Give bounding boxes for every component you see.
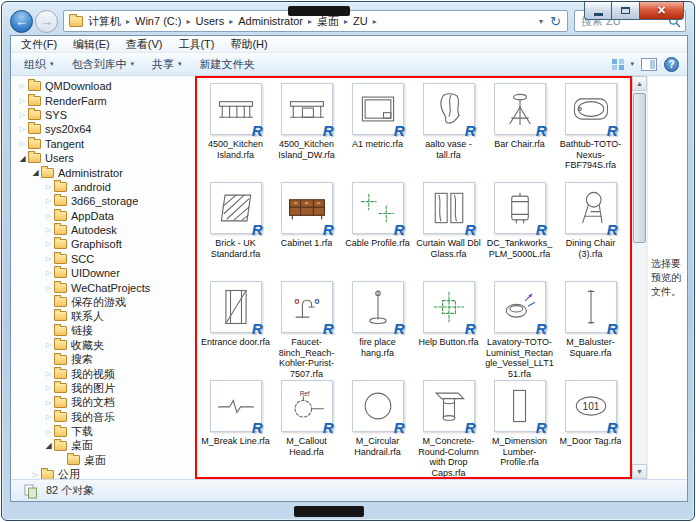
sidebar-item[interactable]: 搜索 <box>11 352 195 366</box>
toolbar-button[interactable]: 共享▾ <box>143 54 191 74</box>
sidebar-item[interactable]: ◢Users <box>11 151 195 165</box>
expander-icon[interactable]: ▷ <box>17 125 28 133</box>
scroll-down-button[interactable]: ▼ <box>632 464 647 479</box>
file-item[interactable]: RM_Dimension Lumber-Profile.rfa <box>484 380 555 477</box>
sidebar-item[interactable]: ▷我的音乐 <box>11 410 195 424</box>
expander-icon[interactable]: ▷ <box>43 384 54 392</box>
chevron-down-icon[interactable]: ▾ <box>535 17 547 26</box>
file-item[interactable]: RBar Chair.rfa <box>484 83 555 180</box>
file-item[interactable]: REntrance door.rfa <box>200 281 271 378</box>
menu-item[interactable]: 文件(F) <box>13 37 65 52</box>
file-item[interactable]: RLavatory-TOTO-Luminist_Rectangle_Vessel… <box>484 281 555 378</box>
expander-icon[interactable]: ▷ <box>30 471 41 479</box>
sidebar-item[interactable]: ▷SCC <box>11 252 195 266</box>
sidebar-item[interactable]: ▷Autodesk <box>11 223 195 237</box>
expander-icon[interactable]: ▷ <box>43 370 54 378</box>
sidebar-item[interactable]: ▷WeChatProjects <box>11 280 195 294</box>
expander-icon[interactable]: ▷ <box>43 269 54 277</box>
file-item[interactable]: Raalto vase - tall.rfa <box>413 83 484 180</box>
sidebar-item[interactable]: ◢Administrator <box>11 165 195 179</box>
sidebar-item[interactable]: ▷SYS <box>11 108 195 122</box>
breadcrumb-separator-icon[interactable]: ▸ <box>123 17 133 26</box>
breadcrumb-separator-icon[interactable]: ▸ <box>370 17 380 26</box>
file-item[interactable]: 101RM_Door Tag.rfa <box>555 380 626 477</box>
menu-item[interactable]: 工具(T) <box>170 37 222 52</box>
breadcrumb-segment[interactable]: Administrator <box>236 15 305 27</box>
expander-icon[interactable]: ▷ <box>43 212 54 220</box>
vertical-scrollbar[interactable]: ▲ ▼ <box>632 76 647 479</box>
sidebar-item[interactable]: 联系人 <box>11 309 195 323</box>
file-item[interactable]: RefRM_Callout Head.rfa <box>271 380 342 477</box>
file-item[interactable]: RHelp Button.rfa <box>413 281 484 378</box>
close-button[interactable]: × <box>639 2 684 20</box>
file-item[interactable]: RA1 metric.rfa <box>342 83 413 180</box>
toolbar-button[interactable]: 新建文件夹 <box>191 54 264 74</box>
expander-icon[interactable]: ▷ <box>43 255 54 263</box>
file-item[interactable]: RM_Break Line.rfa <box>200 380 271 477</box>
sidebar-item[interactable]: ▷QMDownload <box>11 79 195 93</box>
expander-icon[interactable]: ▷ <box>17 140 28 148</box>
expander-icon[interactable]: ▷ <box>43 226 54 234</box>
sidebar-item[interactable]: ▷Tangent <box>11 137 195 151</box>
sidebar-item[interactable]: 桌面 <box>11 453 195 467</box>
sidebar-item[interactable]: 链接 <box>11 324 195 338</box>
scrollbar-track[interactable] <box>632 91 647 464</box>
sidebar-item[interactable]: ▷UIDowner <box>11 266 195 280</box>
toolbar-button[interactable]: 组织▾ <box>15 54 63 74</box>
toolbar-button[interactable]: 包含到库中▾ <box>63 54 144 74</box>
file-item[interactable]: R4500_Kitchen Island_DW.rfa <box>271 83 342 180</box>
menu-item[interactable]: 查看(V) <box>118 37 171 52</box>
menu-item[interactable]: 帮助(H) <box>222 37 275 52</box>
file-item[interactable]: RFaucet-8inch_Reach-Kohler-Purist-7507.r… <box>271 281 342 378</box>
file-item[interactable]: R4500_Kitchen Island.rfa <box>200 83 271 180</box>
file-item[interactable]: RCurtain Wall Dbl Glass.rfa <box>413 182 484 279</box>
expander-icon[interactable]: ▷ <box>43 413 54 421</box>
menu-item[interactable]: 编辑(E) <box>65 37 118 52</box>
file-item[interactable]: Rfire place hang.rfa <box>342 281 413 378</box>
breadcrumb-segment[interactable]: Users <box>193 15 226 27</box>
sidebar-item[interactable]: ▷AppData <box>11 209 195 223</box>
expander-icon[interactable]: ▷ <box>17 82 28 90</box>
breadcrumb-segment[interactable]: 计算机 <box>86 14 123 29</box>
sidebar-item[interactable]: ▷sys20x64 <box>11 122 195 136</box>
minimize-button[interactable] <box>584 2 612 20</box>
sidebar-item[interactable]: ◢桌面 <box>11 439 195 453</box>
maximize-button[interactable] <box>612 2 639 20</box>
expander-icon[interactable]: ▷ <box>43 284 54 292</box>
sidebar-item[interactable]: ▷我的文档 <box>11 396 195 410</box>
file-item[interactable]: RBrick - UK Standard.rfa <box>200 182 271 279</box>
preview-pane-button[interactable] <box>641 58 657 71</box>
sidebar-item[interactable]: ▷公用 <box>11 468 195 479</box>
forward-button[interactable]: → <box>35 10 58 33</box>
breadcrumb-separator-icon[interactable]: ▸ <box>341 17 351 26</box>
file-item[interactable]: RM_Concrete-Round-Column with Drop Caps.… <box>413 380 484 477</box>
breadcrumb-segment[interactable]: Win7 (C:) <box>133 15 183 27</box>
views-button[interactable]: ▾ <box>611 58 634 71</box>
expander-icon[interactable]: ◢ <box>43 441 54 450</box>
breadcrumb-separator-icon[interactable]: ▸ <box>305 17 315 26</box>
sidebar-item[interactable]: ▷下载 <box>11 424 195 438</box>
sidebar-item[interactable]: ▷我的图片 <box>11 381 195 395</box>
expander-icon[interactable]: ▷ <box>43 341 54 349</box>
sidebar-item[interactable]: 保存的游戏 <box>11 295 195 309</box>
expander-icon[interactable]: ▷ <box>17 111 28 119</box>
scroll-up-button[interactable]: ▲ <box>632 76 647 91</box>
expander-icon[interactable]: ▷ <box>17 97 28 105</box>
file-item[interactable]: RBathtub-TOTO-Nexus-FBF794S.rfa <box>555 83 626 180</box>
sidebar-item[interactable]: ▷收藏夹 <box>11 338 195 352</box>
expander-icon[interactable]: ▷ <box>43 240 54 248</box>
help-button[interactable]: ? <box>664 57 679 72</box>
expander-icon[interactable]: ▷ <box>43 197 54 205</box>
expander-icon[interactable]: ▷ <box>43 183 54 191</box>
breadcrumb-separator-icon[interactable]: ▸ <box>226 17 236 26</box>
breadcrumb-segment[interactable]: ZU <box>351 15 370 27</box>
expander-icon[interactable]: ▷ <box>43 399 54 407</box>
expander-icon[interactable]: ◢ <box>30 168 41 177</box>
file-item[interactable]: RM_Circular Handrail.rfa <box>342 380 413 477</box>
file-item[interactable]: RCable Profile.rfa <box>342 182 413 279</box>
sidebar-item[interactable]: ▷.android <box>11 180 195 194</box>
expander-icon[interactable]: ▷ <box>43 428 54 436</box>
back-button[interactable]: ← <box>10 10 33 33</box>
sidebar-item[interactable]: ▷RenderFarm <box>11 93 195 107</box>
sidebar-item[interactable]: ▷我的视频 <box>11 367 195 381</box>
